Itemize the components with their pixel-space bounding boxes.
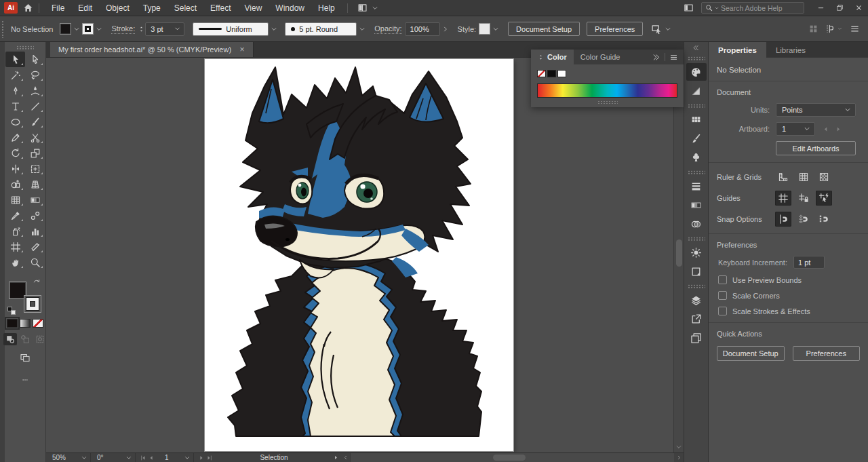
style-swatch[interactable] — [479, 23, 490, 35]
gradient-button[interactable] — [20, 319, 31, 328]
stroke-weight-label[interactable]: Stroke: — [111, 24, 135, 34]
snap-to-grid-button[interactable] — [795, 212, 812, 227]
edit-artboards-button[interactable]: Edit Artboards — [776, 141, 856, 155]
opacity-value[interactable]: 100% — [405, 22, 440, 36]
lasso-tool[interactable] — [25, 67, 45, 83]
swap-fill-stroke-icon[interactable] — [33, 279, 41, 287]
chevron-down-icon[interactable] — [73, 25, 81, 33]
dock-panel-appearance[interactable] — [686, 244, 707, 261]
last-artboard-icon[interactable] — [206, 455, 213, 461]
checkbox-use-preview-bounds[interactable]: Use Preview Bounds — [718, 275, 860, 284]
previous-artboard-icon[interactable] — [148, 455, 155, 461]
units-dropdown[interactable]: Points — [776, 103, 856, 117]
dock-group-handle[interactable] — [688, 237, 705, 241]
horizontal-scrollbar-thumb[interactable] — [493, 455, 526, 461]
color-button[interactable] — [7, 319, 18, 328]
next-artboard-icon[interactable] — [835, 126, 842, 133]
panel-toggle-icon[interactable] — [683, 3, 694, 13]
close-button[interactable] — [849, 0, 868, 16]
default-fill-stroke-icon[interactable] — [7, 307, 16, 315]
show-grid-button[interactable] — [795, 170, 812, 185]
menu-item-type[interactable]: Type — [136, 0, 167, 16]
show-transparency-grid-button[interactable] — [816, 170, 832, 185]
restore-button[interactable] — [830, 0, 849, 16]
stroke-color-indicator[interactable] — [24, 295, 41, 313]
show-rulers-button[interactable] — [775, 170, 791, 185]
isolate-mode-icon[interactable] — [651, 23, 663, 35]
scroll-right-button[interactable] — [674, 455, 684, 461]
panel-resize-grip[interactable] — [597, 100, 618, 104]
screen-mode-icon[interactable] — [19, 352, 31, 363]
artboard[interactable] — [205, 59, 513, 451]
dock-panel-graphic-styles[interactable] — [686, 263, 707, 280]
control-panel-menu-icon[interactable] — [850, 24, 860, 34]
minimize-button[interactable] — [811, 0, 830, 16]
column-graph-tool[interactable] — [25, 223, 45, 239]
chevron-down-icon[interactable] — [174, 25, 181, 33]
menu-item-window[interactable]: Window — [269, 0, 311, 16]
keyboard-increment-input[interactable] — [793, 256, 825, 269]
hand-tool[interactable] — [5, 254, 25, 270]
snap-to-point-button[interactable] — [775, 212, 791, 227]
rotation-select[interactable]: 0° — [91, 453, 136, 462]
document-setup-button[interactable]: Document Setup — [508, 22, 580, 36]
checkbox-scale-strokes-effects[interactable]: Scale Strokes & Effects — [718, 307, 860, 315]
snap-to-pixel-button[interactable] — [816, 212, 832, 227]
vertical-scrollbar[interactable] — [673, 58, 684, 453]
quick-preferences-button[interactable]: Preferences — [793, 346, 861, 361]
draw-behind-button[interactable] — [18, 333, 32, 345]
checkbox-box[interactable] — [718, 275, 727, 284]
chevron-down-icon[interactable] — [270, 25, 278, 33]
smart-guides-button[interactable] — [816, 191, 832, 206]
panel-expand-icon[interactable] — [652, 53, 660, 62]
dock-panel-swatches[interactable] — [686, 111, 707, 128]
canvas[interactable] — [46, 58, 684, 453]
zoom-level-select[interactable]: 50% — [46, 453, 91, 462]
paintbrush-tool[interactable] — [25, 114, 45, 130]
gradient-tool[interactable] — [25, 192, 45, 208]
document-tab[interactable]: My first order headshot.ai* @ 50 % (CMYK… — [50, 42, 254, 57]
workspace-switcher[interactable] — [357, 3, 380, 13]
stroke-weight-value[interactable]: 3 pt — [145, 22, 184, 36]
dock-panel-symbols[interactable] — [686, 149, 707, 166]
touch-workspace-icon[interactable] — [808, 24, 818, 34]
menu-item-view[interactable]: View — [238, 0, 269, 16]
draw-normal-button[interactable] — [3, 333, 17, 345]
illustrator-logo[interactable]: Ai — [4, 2, 18, 14]
status-menu-arrow[interactable] — [331, 455, 340, 461]
artboard-dropdown[interactable]: 1 — [776, 122, 815, 136]
dock-group-handle[interactable] — [688, 104, 705, 108]
preferences-button[interactable]: Preferences — [587, 22, 643, 36]
ellipse-tool[interactable] — [5, 114, 25, 130]
vertical-scrollbar-thumb[interactable] — [676, 239, 682, 267]
dock-group-handle[interactable] — [688, 284, 705, 288]
menu-item-help[interactable]: Help — [311, 0, 342, 16]
pen-tool[interactable] — [5, 83, 25, 98]
first-artboard-icon[interactable] — [140, 455, 146, 461]
menu-item-file[interactable]: File — [45, 0, 71, 16]
dock-group-handle[interactable] — [688, 56, 705, 60]
scroll-down-icon[interactable] — [675, 443, 683, 451]
chevron-down-icon[interactable] — [358, 25, 366, 33]
selection-tool[interactable] — [5, 52, 25, 67]
checkbox-box[interactable] — [718, 307, 727, 315]
tab-properties[interactable]: Properties — [709, 42, 766, 58]
stroke-color-swatch[interactable] — [82, 23, 94, 35]
menu-item-select[interactable]: Select — [167, 0, 203, 16]
chevron-down-icon[interactable] — [664, 25, 672, 33]
checkbox-scale-corners[interactable]: Scale Corners — [718, 291, 860, 300]
menu-item-effect[interactable]: Effect — [203, 0, 237, 16]
shape-builder-tool[interactable] — [5, 176, 25, 192]
scroll-left-button[interactable] — [340, 455, 350, 461]
dock-panel-layers[interactable] — [686, 291, 707, 309]
chevron-right-icon[interactable] — [441, 25, 450, 33]
show-guides-button[interactable] — [775, 191, 791, 206]
eyedropper-tool[interactable] — [5, 208, 25, 223]
next-artboard-icon[interactable] — [198, 455, 205, 461]
artboard-navigation-select[interactable]: 1 — [159, 453, 194, 462]
tab-color[interactable]: Color — [531, 50, 574, 64]
slice-tool[interactable] — [25, 239, 45, 254]
checkbox-box[interactable] — [718, 291, 727, 300]
expand-panels-button[interactable] — [684, 42, 708, 53]
symbol-sprayer-tool[interactable] — [5, 223, 25, 239]
